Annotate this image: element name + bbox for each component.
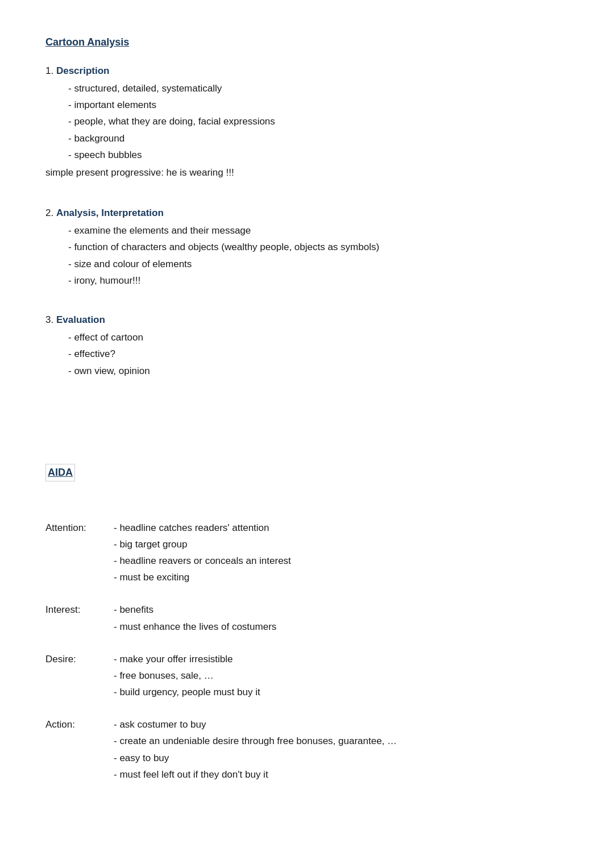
attention-item3: - headline reavers or conceals an intere… [114, 553, 569, 568]
attention-item2: - big target group [114, 537, 569, 552]
desire-item1: - make your offer irresistible [114, 651, 569, 667]
analysis-item: 2. Analysis, Interpretation - examine th… [45, 205, 569, 288]
aida-desire-row: Desire: - make your offer irresistible -… [45, 651, 569, 701]
desc-sub2: - important elements [45, 97, 569, 113]
spacer2 [45, 289, 569, 312]
description-item: 1. Description - structured, detailed, s… [45, 63, 569, 180]
desire-item2: - free bonuses, sale, … [114, 668, 569, 683]
item1-number: 1. [45, 65, 56, 76]
analysis-sub2: - function of characters and objects (we… [45, 239, 569, 255]
spacer3 [45, 497, 569, 520]
aida-action-label: Action: [45, 717, 114, 732]
item2-heading: 2. Analysis, Interpretation [45, 205, 569, 221]
aida-section: AIDA Attention: - headline catches reade… [45, 464, 569, 783]
spacer1 [45, 182, 569, 205]
action-item4: - must feel left out if they don't buy i… [114, 767, 569, 782]
aida-interest-label: Interest: [45, 602, 114, 617]
aida-attention-row: Attention: - headline catches readers' a… [45, 520, 569, 587]
desc-note: simple present progressive: he is wearin… [45, 165, 569, 180]
item2-number: 2. [45, 207, 56, 218]
item2-title: Analysis, Interpretation [56, 207, 164, 218]
item3-title: Evaluation [56, 314, 105, 325]
action-item1: - ask costumer to buy [114, 717, 569, 732]
aida-attention-content: - headline catches readers' attention - … [114, 520, 569, 587]
aida-title: AIDA [45, 464, 75, 481]
action-item3: - easy to buy [114, 750, 569, 766]
eval-sub2: - effective? [45, 346, 569, 362]
item1-title: Description [56, 65, 110, 76]
desc-sub5: - speech bubbles [45, 147, 569, 163]
item1-heading: 1. Description [45, 63, 569, 78]
aida-desire-content: - make your offer irresistible - free bo… [114, 651, 569, 701]
cartoon-analysis-section: Cartoon Analysis 1. Description - struct… [45, 34, 569, 379]
item3-number: 3. [45, 314, 56, 325]
desc-sub1: - structured, detailed, systematically [45, 81, 569, 96]
analysis-sub3: - size and colour of elements [45, 256, 569, 272]
aida-action-row: Action: - ask costumer to buy - create a… [45, 717, 569, 783]
evaluation-item: 3. Evaluation - effect of cartoon - effe… [45, 312, 569, 379]
desire-item3: - build urgency, people must buy it [114, 684, 569, 700]
aida-action-content: - ask costumer to buy - create an undeni… [114, 717, 569, 783]
action-item2: - create an undeniable desire through fr… [114, 733, 569, 749]
aida-desire-label: Desire: [45, 651, 114, 667]
large-spacer [45, 396, 569, 464]
interest-item1: - benefits [114, 602, 569, 617]
desc-sub4: - background [45, 131, 569, 146]
analysis-sub1: - examine the elements and their message [45, 223, 569, 238]
aida-attention-label: Attention: [45, 520, 114, 535]
analysis-sub4: - irony, humour!!! [45, 273, 569, 288]
desc-sub3: - people, what they are doing, facial ex… [45, 114, 569, 129]
attention-item4: - must be exciting [114, 570, 569, 585]
eval-sub3: - own view, opinion [45, 363, 569, 379]
cartoon-analysis-title: Cartoon Analysis [45, 34, 569, 51]
attention-item1: - headline catches readers' attention [114, 520, 569, 535]
aida-interest-row: Interest: - benefits - must enhance the … [45, 602, 569, 635]
aida-interest-content: - benefits - must enhance the lives of c… [114, 602, 569, 635]
interest-item2: - must enhance the lives of costumers [114, 619, 569, 634]
eval-sub1: - effect of cartoon [45, 330, 569, 345]
item3-heading: 3. Evaluation [45, 312, 569, 327]
